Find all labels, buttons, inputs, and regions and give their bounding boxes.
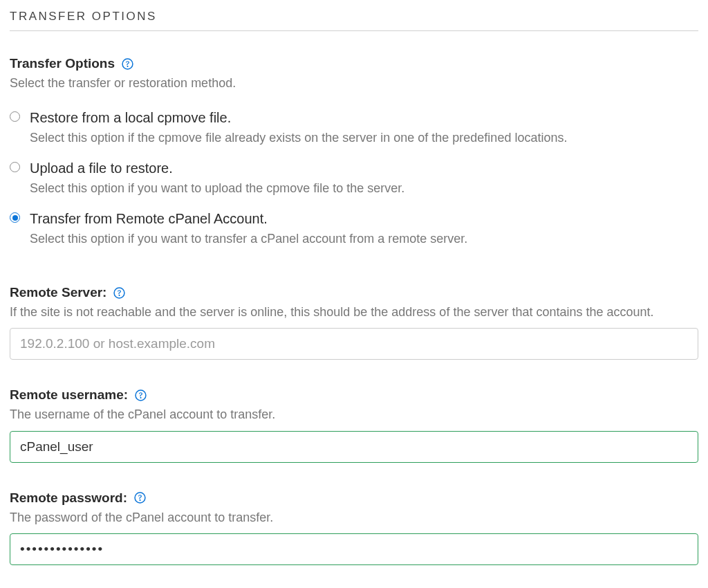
option-label: Restore from a local cpmove file. — [30, 109, 698, 127]
radio-icon — [10, 162, 20, 172]
option-label: Transfer from Remote cPanel Account. — [30, 210, 698, 228]
remote-server-input[interactable] — [10, 328, 698, 360]
transfer-options-group: Restore from a local cpmove file. Select… — [10, 109, 698, 257]
section-header: TRANSFER OPTIONS — [10, 10, 698, 31]
remote-server-label: Remote Server: — [10, 285, 106, 300]
option-label: Upload a file to restore. — [30, 159, 698, 178]
option-desc: Select this option if you want to transf… — [30, 230, 698, 248]
remote-password-label: Remote password: — [10, 490, 127, 506]
remote-server-block: Remote Server: If the site is not reacha… — [10, 285, 698, 360]
help-icon[interactable] — [122, 58, 133, 70]
option-upload-file[interactable]: Upload a file to restore. Select this op… — [10, 159, 698, 207]
option-desc: Select this option if the cpmove file al… — [30, 129, 698, 147]
remote-username-desc: The username of the cPanel account to tr… — [10, 405, 698, 423]
option-desc: Select this option if you want to upload… — [30, 179, 698, 197]
remote-username-label: Remote username: — [10, 387, 128, 403]
transfer-options-label: Transfer Options — [10, 56, 115, 71]
radio-icon — [10, 111, 20, 122]
remote-password-desc: The password of the cPanel account to tr… — [10, 508, 698, 526]
remote-username-block: Remote username: The username of the cPa… — [10, 387, 698, 462]
transfer-options-subtitle: Select the transfer or restoration metho… — [10, 74, 698, 92]
option-transfer-remote[interactable]: Transfer from Remote cPanel Account. Sel… — [10, 210, 698, 257]
remote-server-desc: If the site is not reachable and the ser… — [10, 303, 698, 321]
help-icon[interactable] — [135, 389, 147, 401]
remote-username-input[interactable] — [10, 431, 698, 463]
option-restore-local[interactable]: Restore from a local cpmove file. Select… — [10, 109, 698, 156]
help-icon[interactable] — [134, 492, 146, 504]
help-icon[interactable] — [113, 287, 125, 299]
remote-password-block: Remote password: The password of the cPa… — [10, 490, 698, 565]
remote-password-input[interactable] — [10, 533, 698, 565]
radio-icon — [10, 212, 20, 223]
